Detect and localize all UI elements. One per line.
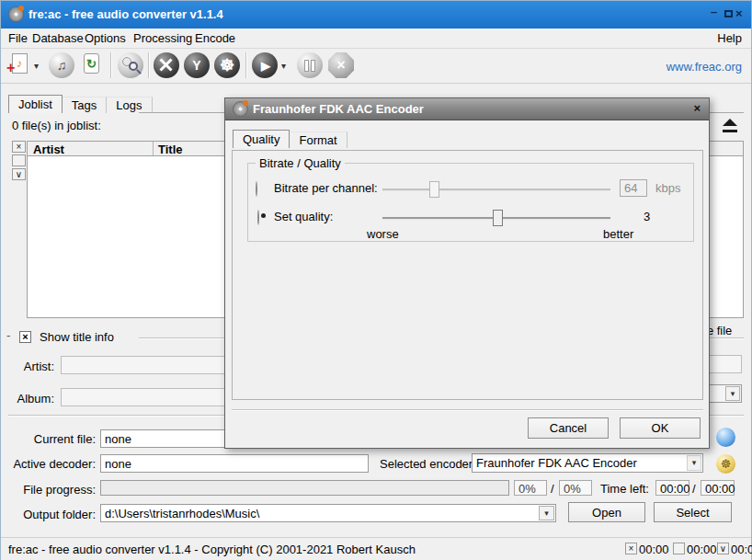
- music-note-icon: ♫: [57, 59, 67, 72]
- cancel-button[interactable]: Cancel: [528, 417, 609, 439]
- bitrate-quality-group: Bitrate / Quality Bitrate per channel: 6…: [247, 163, 694, 242]
- minimize-button[interactable]: –: [711, 5, 717, 18]
- quality-radio[interactable]: [257, 210, 259, 225]
- panel-collapse-handle[interactable]: -: [6, 328, 10, 342]
- play-icon: ▶: [259, 60, 270, 72]
- signal-processing-icon[interactable]: Y: [184, 52, 210, 78]
- status-time-1: 00:00: [639, 543, 669, 556]
- select-all-button[interactable]: ×: [12, 141, 26, 153]
- plus-icon: +: [6, 60, 15, 76]
- tab-joblist[interactable]: Joblist: [8, 95, 63, 113]
- dialog-tab-panel: Bitrate / Quality Bitrate per channel: 6…: [232, 150, 703, 400]
- title-bar[interactable]: fre:ac - free audio converter v1.1.4 – ×: [1, 1, 751, 29]
- tab-logs-label: Logs: [116, 98, 142, 112]
- dialog-button-separator: [232, 409, 703, 411]
- eject-icon: [723, 119, 737, 126]
- start-conversion-icon[interactable]: ▶: [252, 52, 278, 78]
- ok-button[interactable]: OK: [620, 417, 701, 439]
- main-window: fre:ac - free audio converter v1.1.4 – ×…: [0, 0, 752, 560]
- bitrate-slider-thumb[interactable]: [429, 181, 439, 198]
- select-button[interactable]: Select: [654, 502, 732, 522]
- quality-slider-thumb[interactable]: [493, 210, 503, 226]
- encoder-options-icon[interactable]: ☸: [214, 52, 240, 78]
- selected-encoder-label: Selected encoder:: [380, 457, 476, 471]
- add-files-icon[interactable]: ♪ +: [12, 53, 28, 74]
- menu-processing[interactable]: Processing: [133, 31, 192, 45]
- status-bar: fre:ac - free audio converter v1.1.4 - C…: [1, 537, 751, 560]
- status-orb-icon: [716, 428, 735, 447]
- time-left-label: Time left:: [600, 482, 649, 496]
- recycle-icon: ↻: [86, 57, 97, 71]
- column-title[interactable]: Title: [158, 143, 183, 156]
- bitrate-radio[interactable]: [256, 181, 257, 197]
- encoder-settings-icon[interactable]: ☸: [716, 454, 735, 474]
- dialog-tab-quality[interactable]: Quality: [233, 130, 290, 148]
- pause-conversion-icon[interactable]: [297, 52, 323, 78]
- output-folder-label: Output folder:: [8, 508, 96, 521]
- encoder-dialog: Fraunhofer FDK AAC Encoder × Quality For…: [224, 97, 710, 449]
- toolbar-separator: [148, 52, 150, 78]
- bitrate-value-field[interactable]: 64: [620, 179, 647, 197]
- menu-options[interactable]: Options: [85, 31, 126, 45]
- toggle-selection-button[interactable]: ∨: [12, 168, 26, 180]
- stop-conversion-icon[interactable]: ×: [328, 52, 354, 78]
- output-folder-combobox[interactable]: d:\Users\tristanrhodes\Music\: [100, 504, 556, 522]
- tab-logs[interactable]: Logs: [107, 97, 152, 113]
- show-title-info-checkbox[interactable]: ×: [19, 331, 31, 343]
- cddb-query-icon[interactable]: [118, 52, 143, 78]
- encoder-dropdown-icon[interactable]: ▾: [687, 455, 701, 471]
- quality-value: 3: [644, 210, 650, 223]
- toolbar-separator: [110, 52, 112, 78]
- magnifier-handle: [136, 69, 142, 74]
- remove-all-icon[interactable]: ↻: [84, 53, 99, 74]
- start-dropdown-icon[interactable]: ▾: [281, 61, 286, 71]
- output-folder-dropdown-icon[interactable]: ▾: [539, 506, 554, 520]
- group-title: Bitrate / Quality: [256, 156, 345, 170]
- main-tab-strip: Joblist Tags Logs: [8, 95, 153, 113]
- status-time-3: 00:00: [731, 543, 752, 556]
- toolbar-separator: [245, 52, 247, 78]
- active-decoder-label: Active decoder:: [8, 457, 96, 471]
- artist-label: Artist:: [10, 360, 54, 373]
- funnel-icon: Y: [192, 59, 200, 72]
- status-text: fre:ac - free audio converter v1.1.4 - C…: [8, 543, 416, 556]
- maximize-button[interactable]: [724, 10, 733, 17]
- menu-database[interactable]: Database: [32, 31, 84, 45]
- website-link[interactable]: www.freac.org: [667, 60, 742, 74]
- configure-settings-icon[interactable]: [154, 52, 179, 78]
- status-icon-toggle: ∨: [717, 543, 729, 554]
- gear-icon: ☸: [220, 57, 234, 74]
- quality-label: Set quality:: [274, 210, 333, 223]
- note-icon: ♪: [17, 57, 22, 70]
- menu-bar: File Database Options Processing Encode …: [1, 29, 751, 49]
- dialog-tab-quality-label: Quality: [243, 132, 279, 146]
- add-files-dropdown-icon[interactable]: ▾: [34, 61, 39, 71]
- show-title-info-label: Show title info: [36, 330, 118, 344]
- tab-joblist-label: Joblist: [18, 97, 52, 111]
- window-title: fre:ac - free audio converter v1.1.4: [28, 7, 223, 21]
- menu-help[interactable]: Help: [717, 31, 742, 45]
- menu-file[interactable]: File: [8, 31, 28, 45]
- genre-dropdown-icon[interactable]: ▾: [725, 386, 740, 401]
- worse-label: worse: [367, 227, 399, 241]
- column-artist[interactable]: Artist: [33, 143, 64, 156]
- bitrate-slider-track[interactable]: [382, 189, 610, 191]
- file-progress-bar: [100, 480, 509, 496]
- total-time-left: 00:00: [701, 480, 735, 496]
- select-none-button[interactable]: [12, 154, 26, 166]
- close-button[interactable]: ×: [735, 6, 743, 20]
- screen: fre:ac - free audio converter v1.1.4 – ×…: [0, 0, 752, 560]
- open-button[interactable]: Open: [568, 502, 645, 522]
- menu-encode[interactable]: Encode: [195, 31, 235, 45]
- dialog-close-icon[interactable]: ×: [693, 101, 701, 115]
- column-divider[interactable]: [153, 142, 154, 155]
- playlist-icon[interactable]: ♫: [49, 52, 74, 78]
- dialog-title-bar[interactable]: Fraunhofer FDK AAC Encoder ×: [225, 98, 709, 120]
- selected-encoder-combobox[interactable]: Fraunhofer FDK AAC Encoder: [472, 453, 703, 473]
- album-label: Album:: [10, 392, 54, 406]
- bitrate-unit: kbps: [655, 181, 680, 195]
- tab-tags[interactable]: Tags: [63, 97, 107, 113]
- dialog-tab-format[interactable]: Format: [290, 131, 347, 148]
- time-slash: /: [692, 482, 696, 496]
- joblist-count: 0 file(s) in joblist:: [12, 119, 101, 132]
